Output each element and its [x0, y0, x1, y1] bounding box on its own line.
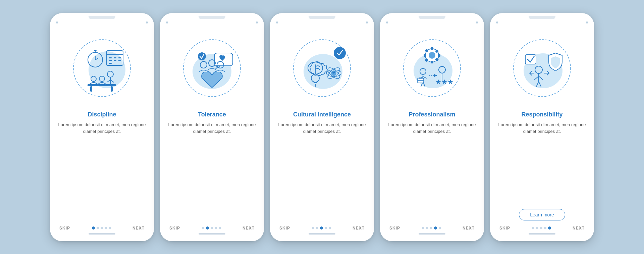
- responsibility-title: Responsibility: [515, 111, 569, 118]
- phone-professionalism: ★★★ Professionalism Lorem ipsum dolor si…: [380, 13, 484, 241]
- next-button-responsibility[interactable]: NEXT: [573, 226, 585, 231]
- dot-5: [109, 227, 111, 229]
- phone-content-2: Tolerance Lorem ipsum dolor sit dim amet…: [160, 25, 264, 241]
- tolerance-title: Tolerance: [192, 111, 232, 118]
- svg-rect-49: [431, 61, 433, 63]
- status-bar-2: [160, 19, 264, 25]
- next-button-cultural[interactable]: NEXT: [353, 226, 365, 231]
- dot-c3: [320, 226, 323, 230]
- dot-p1: [422, 227, 424, 229]
- dot-p4: [434, 226, 437, 230]
- next-button-tolerance[interactable]: NEXT: [243, 226, 255, 231]
- svg-point-31: [198, 52, 206, 60]
- phone-cultural-intelligence: Cultural intelligence Lorem ipsum dolor …: [270, 13, 374, 241]
- phone-tolerance: Tolerance Lorem ipsum dolor sit dim amet…: [160, 13, 264, 241]
- phone-discipline: Discipline Lorem ipsum dolor sit dim ame…: [50, 13, 154, 241]
- home-bar-tolerance: [199, 233, 225, 235]
- dot-1: [92, 226, 95, 230]
- dot-p5: [439, 227, 441, 229]
- dot-c2: [316, 227, 318, 229]
- dot-r5: [548, 226, 551, 230]
- phone-notch-3: [309, 16, 335, 19]
- dot-t2: [206, 226, 209, 230]
- dot-r4: [544, 227, 546, 229]
- svg-rect-48: [431, 47, 433, 50]
- dot-p3: [430, 227, 432, 229]
- responsibility-body: Lorem ipsum dolor sit dim amet, mea regi…: [490, 121, 594, 135]
- svg-rect-17: [90, 86, 92, 92]
- status-dot-6: [366, 21, 368, 23]
- phone-footer-cultural: SKIP NEXT: [270, 224, 374, 241]
- professionalism-title: Professionalism: [402, 111, 461, 118]
- responsibility-illustration: [505, 31, 579, 108]
- skip-button-responsibility[interactable]: SKIP: [499, 226, 510, 231]
- skip-button-tolerance[interactable]: SKIP: [169, 226, 180, 231]
- status-dot-8: [476, 21, 478, 23]
- svg-point-47: [429, 52, 435, 59]
- phone-nav-tolerance: SKIP NEXT: [160, 224, 264, 232]
- skip-button-discipline[interactable]: SKIP: [59, 226, 70, 231]
- cultural-title: Cultural intelligence: [287, 111, 357, 118]
- home-bar-professionalism: [419, 233, 445, 235]
- dot-c1: [312, 227, 314, 229]
- discipline-illustration: [65, 31, 139, 108]
- phone-footer-tolerance: SKIP NEXT: [160, 224, 264, 241]
- phone-responsibility: Responsibility Lorem ipsum dolor sit dim…: [490, 13, 594, 241]
- dot-r3: [540, 227, 542, 229]
- svg-rect-8: [114, 60, 116, 61]
- status-bar: [50, 19, 154, 25]
- phone-nav-cultural: SKIP NEXT: [270, 224, 374, 232]
- phone-footer-discipline: SKIP NEXT: [50, 224, 154, 241]
- phone-content-4: ★★★ Professionalism Lorem ipsum dolor si…: [380, 25, 484, 241]
- dot-t3: [211, 227, 213, 229]
- status-dot-2: [146, 21, 148, 23]
- skip-button-professionalism[interactable]: SKIP: [389, 226, 400, 231]
- status-dot-7: [386, 21, 388, 23]
- tolerance-body: Lorem ipsum dolor sit dim amet, mea regi…: [160, 121, 264, 135]
- next-button-professionalism[interactable]: NEXT: [463, 226, 475, 231]
- dot-2: [97, 227, 99, 229]
- nav-dots-professionalism: [422, 226, 441, 230]
- svg-rect-6: [118, 57, 121, 58]
- home-bar-responsibility: [529, 233, 555, 235]
- status-bar-3: [270, 19, 374, 25]
- svg-rect-51: [438, 54, 440, 57]
- dot-c5: [329, 227, 331, 229]
- svg-rect-18: [111, 86, 113, 92]
- next-button-discipline[interactable]: NEXT: [132, 226, 145, 231]
- svg-rect-50: [424, 54, 426, 57]
- home-bar-cultural: [309, 233, 335, 235]
- status-bar-4: [380, 19, 484, 25]
- dot-t5: [219, 227, 221, 229]
- phones-container: Discipline Lorem ipsum dolor sit dim ame…: [43, 6, 601, 248]
- professionalism-body: Lorem ipsum dolor sit dim amet, mea regi…: [380, 121, 484, 135]
- nav-dots-discipline: [92, 226, 111, 230]
- dot-t4: [215, 227, 217, 229]
- status-dot-10: [586, 21, 588, 23]
- svg-point-34: [334, 47, 346, 59]
- nav-dots-tolerance: [202, 226, 221, 230]
- phone-content-5: Responsibility Lorem ipsum dolor sit dim…: [490, 25, 594, 241]
- status-dot-5: [276, 21, 278, 23]
- phone-notch-5: [529, 16, 555, 19]
- phone-notch-4: [419, 16, 445, 19]
- status-dot-3: [166, 21, 168, 23]
- dot-c4: [325, 227, 327, 229]
- svg-rect-16: [88, 84, 116, 86]
- dot-4: [105, 227, 107, 229]
- cultural-illustration: [285, 31, 359, 108]
- phone-content: Discipline Lorem ipsum dolor sit dim ame…: [50, 25, 154, 241]
- dot-r1: [532, 227, 534, 229]
- phone-nav-responsibility: SKIP NEXT: [490, 224, 594, 232]
- professionalism-illustration: ★★★: [395, 31, 469, 108]
- phone-footer-professionalism: SKIP NEXT: [380, 224, 484, 241]
- learn-more-button[interactable]: Learn more: [519, 209, 565, 220]
- phone-footer-responsibility: Learn more SKIP NEXT: [490, 206, 594, 241]
- svg-rect-5: [114, 57, 116, 58]
- skip-button-cultural[interactable]: SKIP: [279, 226, 290, 231]
- phone-nav-discipline: SKIP NEXT: [50, 224, 154, 232]
- dot-p2: [426, 227, 428, 229]
- cultural-body: Lorem ipsum dolor sit dim amet, mea regi…: [270, 121, 374, 135]
- phone-content-3: Cultural intelligence Lorem ipsum dolor …: [270, 25, 374, 241]
- nav-dots-responsibility: [532, 226, 551, 230]
